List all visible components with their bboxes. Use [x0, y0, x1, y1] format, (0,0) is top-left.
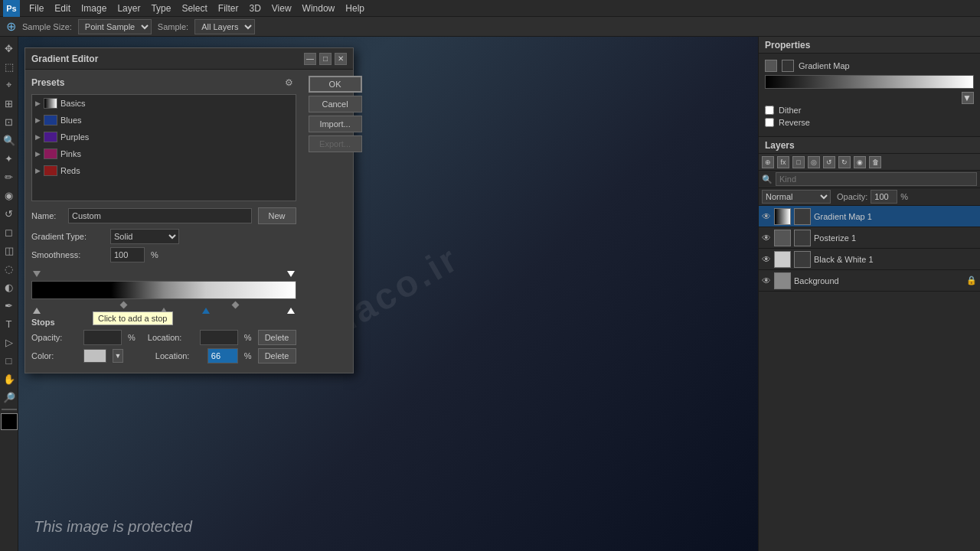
layer-row-gradient-map[interactable]: 👁 Gradient Map 1: [759, 206, 980, 227]
crop-tool[interactable]: ⊡: [1, 113, 18, 130]
maximize-button[interactable]: □: [319, 53, 332, 65]
presets-header: Presets ⚙: [31, 76, 296, 90]
preset-item-purples[interactable]: ▶ Purples: [32, 129, 296, 145]
opacity-stop-input[interactable]: [83, 330, 122, 345]
gradient-tool[interactable]: ◫: [1, 242, 18, 259]
dodge-tool[interactable]: ◐: [1, 279, 18, 295]
zoom-tool[interactable]: 🔎: [1, 389, 18, 406]
preset-item-basics[interactable]: ▶ Basics: [32, 95, 296, 112]
color-stop-66-active[interactable]: [202, 308, 210, 314]
preset-item-pinks[interactable]: ▶ Pinks: [32, 145, 296, 162]
foreground-color[interactable]: [1, 413, 18, 430]
quick-select-tool[interactable]: ⊞: [1, 95, 18, 112]
menu-window[interactable]: Window: [298, 2, 340, 15]
heal-tool[interactable]: ✦: [1, 150, 18, 167]
blend-mode-select[interactable]: Normal: [762, 190, 831, 204]
layer-eye-gradient-map[interactable]: 👁: [762, 211, 771, 222]
layer-mask-icon[interactable]: □: [792, 156, 805, 168]
gradient-type-select[interactable]: Solid: [110, 229, 179, 244]
color-dropdown[interactable]: ▼: [113, 349, 123, 363]
layer-rotate-fwd-icon[interactable]: ↻: [838, 156, 851, 168]
reverse-checkbox[interactable]: [765, 118, 774, 127]
midpoint-diamond-1[interactable]: [120, 302, 128, 309]
gradient-editor-dialog: Gradient Editor — □ ✕ Presets ⚙: [24, 47, 354, 373]
layer-eye-background[interactable]: 👁: [762, 276, 771, 286]
history-tool[interactable]: ↺: [1, 205, 18, 222]
opacity-stop-right[interactable]: [287, 271, 295, 277]
layer-smart-icon[interactable]: ◎: [808, 156, 820, 168]
menu-image[interactable]: Image: [77, 2, 111, 15]
sample-value-select[interactable]: All Layers: [194, 19, 255, 34]
menu-layer[interactable]: Layer: [113, 2, 145, 15]
menu-view[interactable]: View: [267, 2, 296, 15]
menu-edit[interactable]: Edit: [50, 2, 75, 15]
shape-tool[interactable]: □: [1, 352, 18, 369]
ok-button[interactable]: OK: [309, 76, 362, 93]
preset-swatch-reds: [44, 165, 57, 176]
presets-list[interactable]: ▶ Basics ▶ Blues ▶: [31, 94, 296, 201]
menu-help[interactable]: Help: [341, 2, 369, 15]
preset-item-blues[interactable]: ▶ Blues: [32, 112, 296, 129]
layer-rotate-back-icon[interactable]: ↺: [823, 156, 835, 168]
sample-size-select[interactable]: Point Sample: [78, 19, 152, 34]
pen-tool[interactable]: ✒: [1, 297, 18, 314]
opacity-delete-button[interactable]: Delete: [258, 330, 296, 345]
brush-tool[interactable]: ✏: [1, 168, 18, 185]
layer-row-background[interactable]: 👁 Background 🔒: [759, 270, 980, 292]
properties-panel-header: Properties: [759, 37, 980, 54]
layer-fx-icon[interactable]: fx: [777, 156, 789, 168]
import-button[interactable]: Import...: [309, 116, 362, 132]
color-delete-button[interactable]: Delete: [258, 348, 296, 364]
name-input[interactable]: [68, 208, 252, 223]
layer-eye-posterize[interactable]: 👁: [762, 233, 771, 243]
move-tool[interactable]: ✥: [1, 40, 18, 57]
layer-type-icon[interactable]: ⊕: [762, 156, 774, 168]
menu-filter[interactable]: Filter: [214, 2, 243, 15]
text-tool[interactable]: T: [1, 315, 18, 332]
blur-tool[interactable]: ◌: [1, 260, 18, 277]
color-location-input[interactable]: [207, 348, 238, 364]
preset-arrow-basics: ▶: [35, 99, 41, 107]
dither-label: Dither: [779, 106, 801, 115]
close-button[interactable]: ✕: [335, 53, 347, 65]
layers-search-input[interactable]: [776, 172, 977, 186]
menu-select[interactable]: Select: [177, 2, 211, 15]
path-tool[interactable]: ▷: [1, 334, 18, 350]
color-stop-0[interactable]: [33, 308, 41, 314]
canvas-area: thaco.ir This image is protected Gradien…: [18, 37, 758, 551]
export-button[interactable]: Export...: [309, 135, 362, 152]
eraser-tool[interactable]: ◻: [1, 223, 18, 240]
new-button[interactable]: New: [258, 207, 296, 224]
color-stop-50[interactable]: [160, 308, 168, 314]
opacity-stop-left[interactable]: [33, 271, 41, 277]
gradient-bar[interactable]: [31, 281, 296, 299]
smoothness-label: Smoothness:: [31, 250, 104, 259]
marquee-tool[interactable]: ⬚: [1, 58, 18, 75]
color-stop-100[interactable]: [287, 308, 295, 314]
menu-3d[interactable]: 3D: [244, 2, 265, 15]
opacity-input[interactable]: [871, 190, 897, 204]
reverse-label: Reverse: [779, 118, 810, 127]
presets-gear-button[interactable]: ⚙: [283, 76, 296, 90]
eyedropper-tool[interactable]: 🔍: [1, 132, 18, 148]
clone-tool[interactable]: ◉: [1, 187, 18, 204]
smoothness-input[interactable]: [110, 247, 145, 262]
preset-item-reds[interactable]: ▶ Reds: [32, 162, 296, 179]
dither-checkbox[interactable]: [765, 106, 774, 115]
hand-tool[interactable]: ✋: [1, 370, 18, 387]
properties-gradient-bar[interactable]: [765, 75, 974, 89]
layer-visibility-icon[interactable]: ◉: [854, 156, 866, 168]
midpoint-diamond-2[interactable]: [231, 302, 239, 309]
gradient-map-label: Gradient Map: [799, 61, 850, 70]
layer-row-posterize[interactable]: 👁 Posterize 1: [759, 227, 980, 249]
layer-delete-icon[interactable]: 🗑: [869, 156, 881, 168]
opacity-location-input[interactable]: [200, 330, 238, 345]
menu-file[interactable]: File: [24, 2, 48, 15]
minimize-button[interactable]: —: [304, 53, 316, 65]
lasso-tool[interactable]: ⌖: [1, 77, 18, 93]
layer-row-bw[interactable]: 👁 Black & White 1: [759, 249, 980, 270]
layer-eye-bw[interactable]: 👁: [762, 254, 771, 265]
color-swatch[interactable]: [83, 349, 106, 363]
menu-type[interactable]: Type: [146, 2, 175, 15]
cancel-button[interactable]: Cancel: [309, 96, 362, 112]
